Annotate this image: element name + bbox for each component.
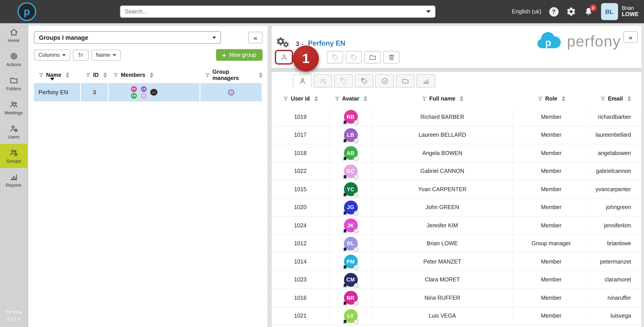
filter-icon[interactable] bbox=[38, 72, 44, 78]
settings-gear-icon[interactable] bbox=[566, 7, 576, 16]
sort-carets[interactable] bbox=[66, 72, 69, 78]
sort-carets[interactable] bbox=[259, 72, 262, 78]
sort-button[interactable] bbox=[73, 49, 89, 60]
sidebar-item-groups[interactable]: Groups bbox=[0, 144, 27, 168]
tab-tasks[interactable] bbox=[375, 74, 394, 87]
language-selector[interactable]: English (uk) bbox=[512, 8, 541, 15]
filter-icon[interactable] bbox=[113, 72, 118, 78]
filter-icon[interactable] bbox=[422, 96, 427, 101]
column-header[interactable]: Avatar bbox=[330, 89, 372, 108]
member-row[interactable]: 1020 JG John GREEN Member johngreen bbox=[272, 199, 641, 217]
search-input[interactable] bbox=[120, 8, 426, 15]
filter-icon[interactable] bbox=[600, 96, 606, 101]
tag-icon bbox=[331, 53, 339, 61]
filter-icon[interactable] bbox=[334, 96, 340, 101]
sidebar-item-folders[interactable]: Folders bbox=[0, 71, 27, 96]
tab-folders[interactable] bbox=[396, 74, 414, 87]
chart-icon bbox=[422, 77, 430, 85]
column-header-name[interactable]: Name bbox=[34, 67, 81, 83]
member-row[interactable]: 1018 AB Angela BOWEN Member angelabowen bbox=[272, 144, 641, 162]
notification-badge: 2 bbox=[590, 4, 596, 11]
columns-button[interactable]: Columns bbox=[34, 49, 70, 60]
member-email: petermanzet bbox=[590, 253, 641, 271]
sort-carets[interactable] bbox=[364, 96, 367, 101]
column-header[interactable]: Full name bbox=[372, 89, 513, 108]
more-members-button[interactable]: ... bbox=[150, 89, 158, 96]
member-row[interactable]: 1022 GC Gabriel CANNON Member gabrielcan… bbox=[272, 162, 641, 180]
group-row-selected[interactable]: Perfony EN 3 RB LB AB GC ... bbox=[34, 83, 262, 101]
app-logo[interactable]: p bbox=[18, 2, 36, 21]
collapse-left-panel-button[interactable]: « bbox=[248, 32, 262, 43]
tab-labels[interactable] bbox=[355, 74, 374, 87]
sidebar-item-users[interactable]: Users bbox=[0, 120, 27, 144]
column-header[interactable]: Role bbox=[513, 89, 590, 108]
sort-carets[interactable] bbox=[314, 96, 318, 101]
global-search[interactable] bbox=[120, 5, 436, 18]
member-row[interactable]: 1016 NR Nina RUFFER Member ninaruffer bbox=[272, 289, 641, 307]
member-full-name: Gabriel CANNON bbox=[372, 162, 513, 180]
folder-button[interactable] bbox=[364, 51, 380, 63]
column-header-id[interactable]: ID bbox=[81, 67, 109, 83]
member-email: claramoret bbox=[590, 271, 641, 289]
tab-members[interactable] bbox=[293, 74, 312, 87]
filter-icon[interactable] bbox=[86, 72, 91, 78]
bookmark-icon bbox=[342, 283, 347, 289]
tab-subgroups[interactable] bbox=[314, 74, 332, 87]
member-row[interactable]: 1019 RB Richard BARBER Member richardbar… bbox=[272, 108, 641, 126]
group-filter-select[interactable]: Groups I manage bbox=[34, 31, 221, 44]
groups-icon bbox=[9, 148, 18, 157]
status-dot bbox=[354, 175, 358, 180]
tag-outline-button[interactable] bbox=[346, 51, 362, 63]
filter-icon[interactable] bbox=[283, 96, 289, 101]
collapse-right-panel-button[interactable]: « bbox=[624, 31, 638, 43]
tab-tags[interactable] bbox=[334, 74, 353, 87]
member-full-name: Clara MORET bbox=[372, 271, 513, 289]
group-title[interactable]: Perfony EN bbox=[308, 39, 345, 47]
sidebar-item-label: Meetings bbox=[4, 110, 22, 115]
sort-carets[interactable] bbox=[627, 96, 631, 101]
sidebar-item-meetings[interactable]: Meetings bbox=[0, 96, 27, 120]
member-row[interactable]: 1024 JK Jennifer KIM Member jenniferkim bbox=[272, 217, 641, 235]
column-header-members[interactable]: Members bbox=[109, 67, 200, 83]
column-header[interactable]: Email bbox=[590, 89, 641, 108]
new-group-button-label: New group bbox=[229, 52, 256, 58]
filter-icon[interactable] bbox=[205, 72, 210, 78]
status-dot bbox=[354, 229, 358, 234]
member-row[interactable]: 1014 PM Peter MANZET Member petermanzet bbox=[272, 253, 641, 271]
tab-stats[interactable] bbox=[416, 74, 435, 87]
member-email: richardbarber bbox=[590, 108, 641, 126]
sidebar-item-actions[interactable]: Actions bbox=[0, 47, 27, 71]
sort-carets[interactable] bbox=[460, 96, 463, 101]
sidebar-item-reports[interactable]: Reports bbox=[0, 168, 27, 192]
add-member-button[interactable] bbox=[276, 51, 292, 63]
column-header[interactable]: User id bbox=[272, 89, 330, 108]
tag-button[interactable] bbox=[327, 51, 343, 63]
delete-group-button[interactable] bbox=[383, 51, 399, 63]
avatar-initials: LB bbox=[347, 132, 354, 138]
app-logo-letter: p bbox=[24, 5, 30, 18]
filter-icon[interactable] bbox=[538, 96, 543, 101]
member-row[interactable]: 1012 BL Brian LOWE Group manager brianlo… bbox=[272, 235, 641, 253]
member-row[interactable]: 1023 CM Clara MORET Member claramoret bbox=[272, 271, 641, 289]
member-row[interactable]: 1021 LV Luis VEGA Member luisvega bbox=[272, 307, 641, 325]
member-row[interactable]: 1017 LB Laureen BELLARD Member laureenbe… bbox=[272, 126, 641, 144]
sort-carets[interactable] bbox=[150, 72, 154, 78]
group-settings-icon[interactable] bbox=[276, 37, 292, 50]
member-role: Member bbox=[513, 271, 590, 289]
member-row[interactable]: 1015 YC Yvan CARPENTER Member yvancarpen… bbox=[272, 180, 641, 199]
sort-carets[interactable] bbox=[562, 96, 565, 101]
sidebar-item-home[interactable]: Home bbox=[0, 23, 27, 47]
check-circle-icon bbox=[381, 77, 388, 85]
search-dropdown-icon[interactable] bbox=[426, 10, 431, 13]
notifications-bell[interactable]: 2 bbox=[584, 7, 593, 16]
column-header-group-managers[interactable]: Group managers bbox=[200, 67, 262, 83]
chevron-down-icon bbox=[62, 54, 66, 56]
sort-carets[interactable] bbox=[103, 72, 107, 78]
status-dot bbox=[354, 320, 358, 324]
new-group-button[interactable]: + New group bbox=[216, 49, 262, 61]
sort-field-button[interactable]: Name bbox=[92, 49, 121, 60]
help-icon[interactable]: ? bbox=[549, 7, 558, 16]
member-avatar-cell: JG bbox=[330, 199, 372, 216]
user-avatar[interactable]: BL bbox=[601, 3, 618, 20]
member-avatar: BL bbox=[344, 237, 358, 251]
